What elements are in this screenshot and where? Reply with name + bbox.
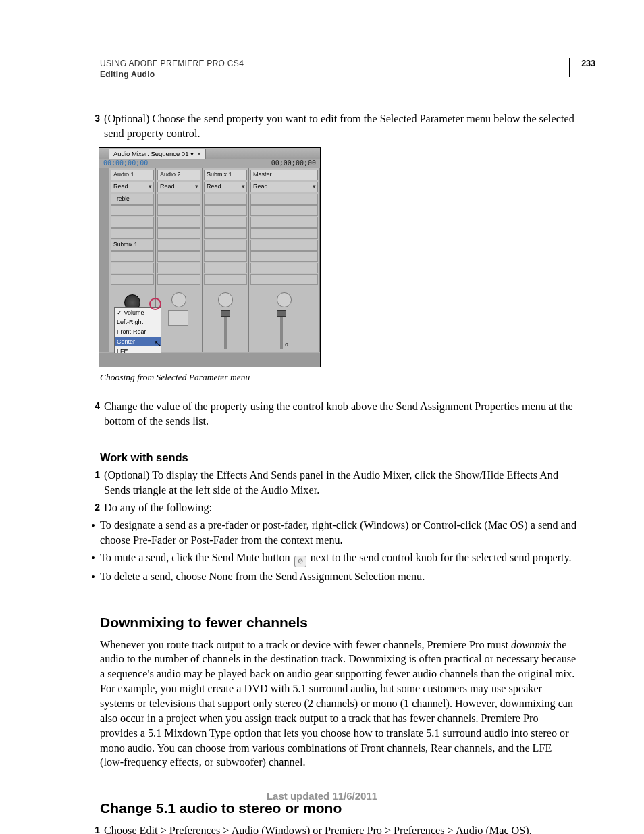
step-text: Change the value of the property using t… xyxy=(104,400,578,429)
footer-updated: Last updated 11/6/2011 xyxy=(0,789,644,803)
bullet-text: To mute a send, click the Send Mute butt… xyxy=(100,551,578,567)
step-number: 3 xyxy=(86,112,104,126)
step-number: 2 xyxy=(86,501,104,515)
running-header: USING ADOBE PREMIERE PRO CS4 Editing Aud… xyxy=(100,58,578,80)
paragraph: Whenever you route track output to a tra… xyxy=(100,638,578,771)
figure-caption: Choosing from Selected Parameter menu xyxy=(100,371,578,384)
send-mute-icon: ⊘ xyxy=(294,556,306,567)
step-number: 1 xyxy=(86,824,104,834)
heading-downmixing: Downmixing to fewer channels xyxy=(100,613,578,632)
bullet-text: To delete a send, choose None from the S… xyxy=(100,570,578,585)
heading-work-with-sends: Work with sends xyxy=(100,450,578,465)
bullet-text: To designate a send as a pre-fader or po… xyxy=(100,519,578,548)
step-number: 1 xyxy=(86,469,104,482)
step-text: Do any of the following: xyxy=(104,501,578,516)
audio-mixer-screenshot: Audio Mixer: Sequence 01 ▾ × 00;00;00;00… xyxy=(99,147,321,367)
step-text: Choose Edit > Preferences > Audio (Windo… xyxy=(104,824,578,834)
step-text: (Optional) To display the Effects And Se… xyxy=(104,469,578,498)
page-number: 233 xyxy=(581,58,595,70)
step-text: (Optional) Choose the send property you … xyxy=(104,112,578,142)
step-number: 4 xyxy=(86,400,104,413)
